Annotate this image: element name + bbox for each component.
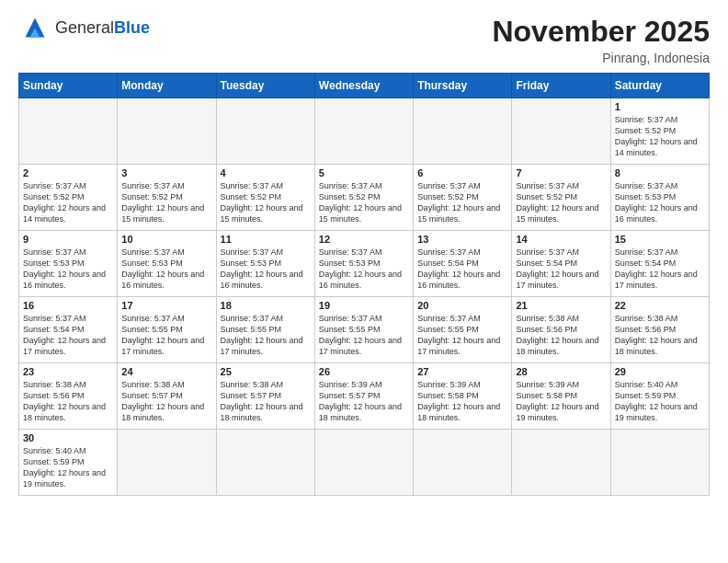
calendar-day (216, 98, 314, 165)
day-info: Sunrise: 5:37 AMSunset: 5:53 PMDaylight:… (121, 247, 211, 292)
calendar-day (314, 430, 413, 496)
calendar-day: 10Sunrise: 5:37 AMSunset: 5:53 PMDayligh… (118, 231, 216, 297)
calendar-day (118, 430, 216, 496)
day-info: Sunrise: 5:38 AMSunset: 5:56 PMDaylight:… (615, 313, 705, 358)
day-number: 14 (516, 234, 606, 245)
calendar-day (216, 430, 314, 496)
day-info: Sunrise: 5:37 AMSunset: 5:53 PMDaylight:… (319, 247, 409, 292)
calendar-table: Sunday Monday Tuesday Wednesday Thursday… (18, 73, 710, 496)
day-number: 26 (319, 366, 409, 377)
day-info: Sunrise: 5:37 AMSunset: 5:54 PMDaylight:… (417, 247, 507, 292)
calendar-day (414, 430, 512, 496)
day-info: Sunrise: 5:37 AMSunset: 5:55 PMDaylight:… (121, 313, 211, 358)
calendar-day (512, 430, 610, 496)
day-info: Sunrise: 5:37 AMSunset: 5:52 PMDaylight:… (221, 180, 311, 225)
day-number: 1 (615, 101, 705, 112)
day-info: Sunrise: 5:39 AMSunset: 5:58 PMDaylight:… (417, 379, 507, 424)
day-number: 28 (516, 366, 606, 377)
logo-general: GeneralBlue (55, 18, 150, 38)
day-number: 17 (121, 300, 211, 311)
day-number: 20 (417, 300, 507, 311)
calendar-day: 24Sunrise: 5:38 AMSunset: 5:57 PMDayligh… (118, 363, 216, 430)
day-number: 29 (615, 366, 705, 377)
day-number: 21 (516, 300, 606, 311)
day-info: Sunrise: 5:37 AMSunset: 5:55 PMDaylight:… (319, 313, 409, 358)
calendar-day: 30Sunrise: 5:40 AMSunset: 5:59 PMDayligh… (19, 430, 118, 496)
day-number: 16 (23, 300, 113, 311)
calendar-week-row-5: 23Sunrise: 5:38 AMSunset: 5:56 PMDayligh… (19, 363, 710, 430)
calendar-day: 1Sunrise: 5:37 AMSunset: 5:52 PMDaylight… (610, 98, 709, 165)
title-block: November 2025 Pinrang, Indonesia (492, 15, 710, 65)
day-info: Sunrise: 5:40 AMSunset: 5:59 PMDaylight:… (615, 379, 705, 424)
calendar-day: 7Sunrise: 5:37 AMSunset: 5:52 PMDaylight… (512, 165, 610, 231)
calendar-day: 18Sunrise: 5:37 AMSunset: 5:55 PMDayligh… (216, 297, 314, 363)
calendar-day: 11Sunrise: 5:37 AMSunset: 5:53 PMDayligh… (216, 231, 314, 297)
calendar-day: 20Sunrise: 5:37 AMSunset: 5:55 PMDayligh… (414, 297, 512, 363)
calendar-week-row-2: 2Sunrise: 5:37 AMSunset: 5:52 PMDaylight… (19, 165, 710, 231)
day-info: Sunrise: 5:37 AMSunset: 5:52 PMDaylight:… (319, 180, 409, 225)
day-info: Sunrise: 5:39 AMSunset: 5:57 PMDaylight:… (319, 379, 409, 424)
day-info: Sunrise: 5:37 AMSunset: 5:52 PMDaylight:… (121, 180, 211, 225)
day-info: Sunrise: 5:40 AMSunset: 5:59 PMDaylight:… (23, 445, 113, 490)
calendar-week-row-6: 30Sunrise: 5:40 AMSunset: 5:59 PMDayligh… (19, 430, 710, 496)
day-number: 15 (615, 234, 705, 245)
day-info: Sunrise: 5:37 AMSunset: 5:54 PMDaylight:… (615, 247, 705, 292)
calendar-day: 22Sunrise: 5:38 AMSunset: 5:56 PMDayligh… (610, 297, 709, 363)
day-info: Sunrise: 5:37 AMSunset: 5:53 PMDaylight:… (615, 180, 705, 225)
calendar-day: 15Sunrise: 5:37 AMSunset: 5:54 PMDayligh… (610, 231, 709, 297)
day-number: 9 (23, 234, 113, 245)
day-info: Sunrise: 5:37 AMSunset: 5:54 PMDaylight:… (23, 313, 113, 358)
day-info: Sunrise: 5:37 AMSunset: 5:52 PMDaylight:… (417, 180, 507, 225)
day-number: 6 (417, 167, 507, 178)
day-number: 13 (417, 234, 507, 245)
day-number: 27 (417, 366, 507, 377)
calendar-day: 2Sunrise: 5:37 AMSunset: 5:52 PMDaylight… (19, 165, 118, 231)
calendar-day: 21Sunrise: 5:38 AMSunset: 5:56 PMDayligh… (512, 297, 610, 363)
day-info: Sunrise: 5:37 AMSunset: 5:55 PMDaylight:… (221, 313, 311, 358)
day-number: 7 (516, 167, 606, 178)
calendar-day: 28Sunrise: 5:39 AMSunset: 5:58 PMDayligh… (512, 363, 610, 430)
day-number: 22 (615, 300, 705, 311)
day-number: 3 (121, 167, 211, 178)
header-friday: Friday (512, 74, 610, 98)
day-number: 5 (319, 167, 409, 178)
calendar-day: 13Sunrise: 5:37 AMSunset: 5:54 PMDayligh… (414, 231, 512, 297)
calendar-day: 14Sunrise: 5:37 AMSunset: 5:54 PMDayligh… (512, 231, 610, 297)
day-info: Sunrise: 5:37 AMSunset: 5:52 PMDaylight:… (615, 114, 705, 159)
calendar-day: 5Sunrise: 5:37 AMSunset: 5:52 PMDaylight… (314, 165, 413, 231)
page-header: GeneralBlue November 2025 Pinrang, Indon… (18, 15, 710, 65)
calendar-day (610, 430, 709, 496)
day-info: Sunrise: 5:37 AMSunset: 5:53 PMDaylight:… (23, 247, 113, 292)
day-info: Sunrise: 5:38 AMSunset: 5:56 PMDaylight:… (516, 313, 606, 358)
calendar-day: 8Sunrise: 5:37 AMSunset: 5:53 PMDaylight… (610, 165, 709, 231)
header-wednesday: Wednesday (314, 74, 413, 98)
day-info: Sunrise: 5:38 AMSunset: 5:57 PMDaylight:… (221, 379, 311, 424)
day-number: 4 (221, 167, 311, 178)
logo: GeneralBlue (18, 15, 150, 40)
logo-icon (18, 15, 51, 40)
header-saturday: Saturday (610, 74, 709, 98)
calendar-day (118, 98, 216, 165)
day-number: 11 (221, 234, 311, 245)
calendar-day: 4Sunrise: 5:37 AMSunset: 5:52 PMDaylight… (216, 165, 314, 231)
calendar-day: 17Sunrise: 5:37 AMSunset: 5:55 PMDayligh… (118, 297, 216, 363)
calendar-week-row-1: 1Sunrise: 5:37 AMSunset: 5:52 PMDaylight… (19, 98, 710, 165)
day-number: 2 (23, 167, 113, 178)
day-number: 12 (319, 234, 409, 245)
month-title: November 2025 (492, 15, 710, 49)
calendar-day (512, 98, 610, 165)
calendar-day: 29Sunrise: 5:40 AMSunset: 5:59 PMDayligh… (610, 363, 709, 430)
day-number: 25 (221, 366, 311, 377)
day-info: Sunrise: 5:38 AMSunset: 5:56 PMDaylight:… (23, 379, 113, 424)
day-number: 24 (121, 366, 211, 377)
calendar-day: 25Sunrise: 5:38 AMSunset: 5:57 PMDayligh… (216, 363, 314, 430)
day-info: Sunrise: 5:38 AMSunset: 5:57 PMDaylight:… (121, 379, 211, 424)
calendar-day: 16Sunrise: 5:37 AMSunset: 5:54 PMDayligh… (19, 297, 118, 363)
header-thursday: Thursday (414, 74, 512, 98)
day-number: 8 (615, 167, 705, 178)
header-monday: Monday (118, 74, 216, 98)
calendar-day: 6Sunrise: 5:37 AMSunset: 5:52 PMDaylight… (414, 165, 512, 231)
calendar-week-row-3: 9Sunrise: 5:37 AMSunset: 5:53 PMDaylight… (19, 231, 710, 297)
day-number: 19 (319, 300, 409, 311)
day-info: Sunrise: 5:37 AMSunset: 5:52 PMDaylight:… (23, 180, 113, 225)
